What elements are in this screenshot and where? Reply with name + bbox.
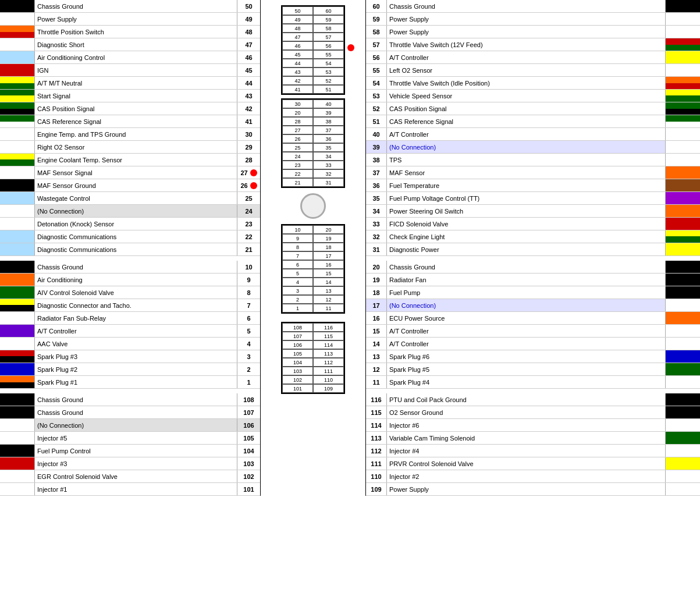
pin-number: 57	[366, 38, 387, 51]
pin-number: 3	[237, 350, 260, 363]
connector-pin-cell: 38	[313, 117, 344, 126]
right-pin-row: 115O2 Sensor Ground	[366, 406, 700, 419]
left-pin-row: Chassis Ground10	[0, 261, 260, 274]
right-pin-row: 55Left O2 Sensor	[366, 64, 700, 77]
connector-pin-cell: 28	[282, 117, 313, 126]
connector-pin-cell: 42	[282, 76, 313, 85]
pin-label: Power Supply	[387, 483, 665, 495]
pin-number: 114	[366, 419, 387, 431]
connector-pin-cell: 115	[313, 332, 344, 340]
pin-number: 116	[366, 393, 387, 406]
left-pin-row: Spark Plug #22	[0, 363, 260, 376]
pin-number: 58	[366, 26, 387, 38]
right-pin-row: 111PRVR Control Solenoid Valve	[366, 457, 700, 470]
wire-color-swatch	[0, 115, 35, 127]
right-pin-row: 36Fuel Temperature	[366, 179, 700, 192]
pin-number: 49	[237, 13, 260, 25]
wire-color-swatch	[665, 166, 700, 179]
connector-pin-cell: 50	[282, 6, 313, 15]
connector-pin-cell: 108	[282, 323, 313, 332]
wire-color-swatch	[0, 77, 35, 89]
connector-pin-cell: 54	[313, 59, 344, 68]
connector-pin-cell: 60	[313, 6, 344, 15]
wire-color-swatch	[0, 26, 35, 38]
pin-label: Chassis Ground	[35, 406, 237, 418]
right-pin-row: 34Power Steering Oil Switch	[366, 205, 700, 218]
left-pin-row: A/T M/T Neutral44	[0, 77, 260, 90]
connector-pin-cell: 34	[313, 152, 344, 161]
right-pin-row: 33FICD Solenoid Valve	[366, 218, 700, 230]
wire-color-swatch	[0, 179, 35, 191]
right-pin-row: 13Spark Plug #6	[366, 350, 700, 363]
wire-color-swatch	[665, 154, 700, 166]
right-pin-row: 110Injector #2	[366, 470, 700, 483]
wire-color-swatch	[665, 483, 700, 495]
pin-number: 54	[366, 77, 387, 89]
wire-color-swatch	[665, 243, 700, 255]
wire-color-swatch	[0, 102, 35, 115]
wire-color-swatch	[665, 230, 700, 243]
connector-pin-cell: 1	[282, 304, 313, 313]
pin-label: A/T Controller	[387, 51, 665, 63]
left-pin-row: Diagnostic Communications21	[0, 243, 260, 256]
pin-label: Diagnostic Power	[387, 243, 665, 255]
pin-label: CAS Position Signal	[35, 102, 237, 115]
right-pin-row: 40A/T Controller	[366, 128, 700, 141]
pin-label: (No Connection)	[387, 141, 665, 153]
connector-pin-cell: 25	[282, 143, 313, 152]
connector-pin-cell: 35	[313, 143, 344, 152]
pin-label: (No Connection)	[35, 419, 237, 431]
connector-pin-cell: 21	[282, 178, 313, 187]
connector-pin-cell: 102	[282, 375, 313, 384]
pin-number: 112	[366, 445, 387, 457]
wire-color-swatch	[0, 90, 35, 102]
connector-pin-cell: 16	[313, 260, 344, 269]
pin-label: O2 Sensor Ground	[387, 406, 665, 418]
connector-pin-cell: 33	[313, 161, 344, 169]
wire-color-swatch	[0, 192, 35, 204]
wire-color-swatch	[0, 64, 35, 76]
left-pin-row: (No Connection)24	[0, 205, 260, 218]
pin-number: 41	[237, 115, 260, 127]
connector-pin-cell: 4	[282, 278, 313, 286]
connector-group: 3040203928382737263625352434233322322131	[281, 98, 345, 188]
wire-color-swatch	[665, 77, 700, 89]
left-pin-row: Diagnostic Short47	[0, 38, 260, 51]
connector-pin-cell: 37	[313, 126, 344, 134]
connector-pin-cell: 44	[282, 59, 313, 68]
connector-pin-cell: 13	[313, 286, 344, 295]
pin-number: 26	[237, 179, 260, 191]
pin-label: Spark Plug #6	[387, 350, 665, 363]
wire-color-swatch	[0, 406, 35, 418]
pin-number: 48	[237, 26, 260, 38]
pin-label: Injector #4	[387, 445, 665, 457]
connector-pin-cell: 49	[282, 15, 313, 24]
left-pin-row: Air Conditioning9	[0, 274, 260, 286]
pin-number: 47	[237, 38, 260, 51]
wire-color-swatch	[665, 338, 700, 350]
connector-pin-cell: 6	[282, 260, 313, 269]
connector-pin-cell: 105	[282, 349, 313, 358]
wire-color-swatch	[665, 299, 700, 311]
pin-number: 40	[366, 128, 387, 140]
wire-color-swatch	[0, 419, 35, 431]
left-pin-row: CAS Reference Signal41	[0, 115, 260, 128]
pin-number: 45	[237, 64, 260, 76]
right-pin-row: 35Fuel Pump Voltage Control (TT)	[366, 192, 700, 205]
pin-label: Fuel Pump Control	[35, 445, 237, 457]
pin-label: Variable Cam Timing Solenoid	[387, 432, 665, 444]
pin-label: Diagnostic Communications	[35, 230, 237, 243]
pin-label: Spark Plug #5	[387, 363, 665, 375]
connector-pin-cell: 110	[313, 375, 344, 384]
pin-label: Chassis Ground	[35, 0, 237, 12]
connector-pin-cell: 55	[313, 50, 344, 59]
right-pin-row: 53Vehicle Speed Sensor	[366, 90, 700, 102]
connector-group: 5060495948584757465645554454435342524151	[281, 5, 345, 95]
connector-pin-cell: 2	[282, 295, 313, 304]
pin-number: 50	[237, 0, 260, 12]
pin-label: (No Connection)	[387, 299, 665, 311]
connector-pin-cell: 43	[282, 68, 313, 76]
pin-number: 9	[237, 274, 260, 286]
right-pin-row: 16ECU Power Source	[366, 312, 700, 325]
left-pin-row: Engine Coolant Temp. Sensor28	[0, 154, 260, 166]
